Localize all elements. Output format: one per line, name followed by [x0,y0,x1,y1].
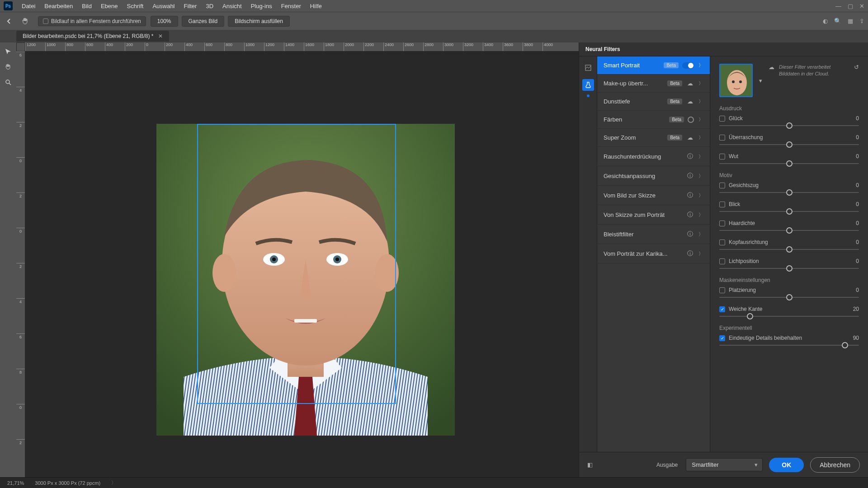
filter-row-bleistiftfilter[interactable]: Bleistiftfilterⓘ〉 [597,225,710,244]
share-icon[interactable]: ⇪ [859,18,864,24]
slider-checkbox[interactable] [719,239,725,245]
menu-ansicht[interactable]: Ansicht [218,3,246,9]
filter-row-vom-portr-t-zur-karika-[interactable]: Vom Porträt zur Karika...ⓘ〉 [597,244,710,263]
menu-plug-ins[interactable]: Plug-ins [246,3,277,9]
slider-track[interactable] [719,316,859,317]
slider-thumb[interactable] [786,141,793,148]
slider-checkbox[interactable] [719,183,725,188]
slider-track[interactable] [719,249,859,250]
canvas[interactable] [25,52,579,477]
zoom-100-button[interactable]: 100% [151,16,178,27]
beta-badge: Beta [667,135,682,141]
filter-row-super-zoom[interactable]: Super ZoomBeta☁〉 [597,129,710,147]
slider-checkbox[interactable] [719,116,725,122]
cloud-download-icon[interactable]: ☁ [686,80,694,87]
menu-3d[interactable]: 3D [201,3,218,9]
filter-row-f-rben[interactable]: FärbenBeta〉 [597,111,710,129]
menu-hilfe[interactable]: Hilfe [306,3,326,9]
slider-checkbox[interactable] [719,154,725,160]
slider-thumb[interactable] [786,227,793,234]
slider-thumb[interactable] [786,160,793,167]
menu-auswahl[interactable]: Auswahl [148,3,179,9]
slider-checkbox[interactable] [719,258,725,264]
filter-row-dunsttiefe[interactable]: DunsttiefeBeta☁〉 [597,93,710,111]
slider-track[interactable] [719,144,859,145]
menu-schrift[interactable]: Schrift [123,3,148,9]
zoom-tool-icon[interactable] [3,77,14,88]
cloud-sync-icon[interactable]: ◐ [823,18,828,24]
toggle-off-icon[interactable] [688,117,694,123]
ok-button[interactable]: OK [769,458,804,472]
slider-thumb[interactable] [786,294,793,300]
close-icon[interactable]: ✕ [859,3,864,9]
output-select[interactable]: Smartfilter [686,458,763,471]
ruler-h-tick: 3400 [483,42,493,51]
cloud-download-icon[interactable]: ☁ [686,98,694,105]
filter-row-vom-bild-zur-skizze[interactable]: Vom Bild zur Skizzeⓘ〉 [597,186,710,205]
info-icon[interactable]: ⓘ [686,191,694,199]
fit-image-button[interactable]: Ganzes Bild [182,16,225,27]
slider-track[interactable] [719,268,859,269]
cancel-button[interactable]: Abbrechen [810,457,860,473]
ruler-h-tick: 3800 [523,42,533,51]
face-dropdown-icon[interactable]: ▾ [759,77,762,84]
close-tab-icon[interactable]: ✕ [158,33,163,39]
slider-track[interactable] [719,125,859,126]
back-button[interactable] [4,16,14,27]
filter-row-smart-portrait[interactable]: Smart PortraitBeta〉 [597,56,710,75]
menu-ebene[interactable]: Ebene [96,3,123,9]
menu-datei[interactable]: Datei [17,3,40,9]
menu-bearbeiten[interactable]: Bearbeiten [40,3,77,9]
slider-thumb[interactable] [786,265,793,272]
filter-row-von-skizze-zum-portr-t[interactable]: Von Skizze zum Porträtⓘ〉 [597,205,710,225]
slider-checkbox[interactable]: ✓ [719,335,725,341]
slider-thumb[interactable] [786,208,793,215]
maximize-icon[interactable]: ▢ [848,3,853,9]
face-thumbnail[interactable] [719,64,753,97]
slider-thumb[interactable] [786,246,793,253]
category-beta-icon[interactable] [582,79,594,91]
menu-fenster[interactable]: Fenster [277,3,306,9]
preview-toggle-icon[interactable]: ◧ [587,461,593,468]
slider-track[interactable] [719,345,859,346]
cloud-download-icon[interactable]: ☁ [686,134,694,141]
slider-checkbox[interactable] [719,135,725,141]
slider-track[interactable] [719,163,859,164]
minimize-icon[interactable]: — [835,3,841,9]
slider-checkbox[interactable] [719,287,725,293]
slider-track[interactable] [719,230,859,231]
slider-thumb[interactable] [786,122,793,129]
filter-row-rauschunterdr-ckung[interactable]: Rauschunterdrückungⓘ〉 [597,147,710,166]
category-featured-icon[interactable] [582,62,594,74]
search-icon[interactable]: 🔍 [834,18,841,24]
panel-title: Neural Filters [579,42,868,56]
slider-checkbox[interactable] [719,221,725,226]
menu-filter[interactable]: Filter [179,3,202,9]
slider-track[interactable] [719,192,859,193]
slider-kopfausrichtung: Kopfausrichtung0 [719,239,859,250]
status-chevron-icon[interactable]: 〉 [111,479,116,486]
info-icon[interactable]: ⓘ [686,152,694,160]
slider-thumb[interactable] [747,313,753,319]
slider-track[interactable] [719,297,859,298]
reset-icon[interactable]: ↺ [854,64,859,70]
menu-bild[interactable]: Bild [77,3,96,9]
slider-thumb[interactable] [786,189,793,196]
slider-track[interactable] [719,211,859,212]
info-icon[interactable]: ⓘ [686,230,694,238]
info-icon[interactable]: ⓘ [686,249,694,258]
toggle-on-icon[interactable] [682,62,694,69]
workspace-icon[interactable]: ▦ [848,18,853,24]
slider-checkbox[interactable] [719,202,725,207]
document-tab[interactable]: Bilder bearbeiten.psdc bei 21,7% (Ebene … [16,31,169,42]
info-icon[interactable]: ⓘ [686,172,694,180]
filter-row-make-up-bertr-[interactable]: Make-up übertr...Beta☁〉 [597,75,710,93]
info-icon[interactable]: ⓘ [686,211,694,219]
slider-thumb[interactable] [842,342,848,348]
hand-tool-icon[interactable] [3,61,14,72]
slider-checkbox[interactable]: ✓ [719,306,725,312]
move-tool-icon[interactable] [3,46,14,57]
filter-row-gesichtsanpassung[interactable]: Gesichtsanpassungⓘ〉 [597,166,710,186]
scroll-all-checkbox[interactable]: Bildlauf in allen Fenstern durchführen [38,16,146,26]
fill-screen-button[interactable]: Bildschirm ausfüllen [228,16,290,27]
